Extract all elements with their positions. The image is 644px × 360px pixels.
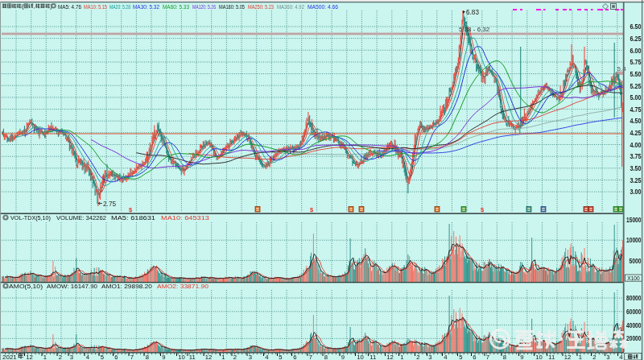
svg-text:3: 3 (70, 354, 73, 360)
svg-text:6: 6 (114, 354, 118, 360)
svg-text:5.38 - 6.32: 5.38 - 6.32 (459, 26, 490, 33)
svg-text:3: 3 (428, 354, 431, 360)
svg-text:3.50: 3.50 (630, 164, 642, 172)
svg-text:9: 9 (162, 354, 165, 360)
svg-text:5.4: 5.4 (617, 65, 627, 72)
svg-text:5.00: 5.00 (630, 93, 642, 101)
svg-text:3.25: 3.25 (630, 176, 642, 184)
svg-text:4: 4 (86, 354, 90, 360)
svg-text:8: 8 (324, 354, 328, 360)
svg-text:1: 1 (221, 354, 225, 360)
svg-text:X100: X100 (627, 275, 640, 281)
svg-text:MA20: 5.28: MA20: 5.28 (109, 3, 130, 10)
svg-text:4.00: 4.00 (630, 141, 642, 149)
svg-text:60000: 60000 (626, 308, 642, 316)
svg-text:11: 11 (548, 354, 555, 360)
svg-text:VOLUME: 342262: VOLUME: 342262 (56, 214, 106, 221)
svg-text:2.75: 2.75 (103, 200, 117, 208)
svg-text:6.50: 6.50 (630, 23, 642, 31)
svg-text:12: 12 (386, 354, 394, 360)
svg-text:7: 7 (309, 354, 312, 360)
svg-text:MA10: 645313: MA10: 645313 (161, 214, 209, 221)
svg-text:10: 10 (178, 354, 185, 360)
svg-text:2: 2 (592, 354, 596, 360)
svg-text:11: 11 (189, 354, 196, 360)
svg-text:AMOW: 16147.90: AMOW: 16147.90 (47, 283, 97, 290)
svg-text:5000: 5000 (630, 257, 642, 265)
svg-text:2: 2 (233, 354, 237, 360)
svg-text:9: 9 (341, 354, 345, 360)
svg-text:MA250: 5.23: MA250: 5.23 (248, 3, 274, 10)
svg-text:1: 1 (43, 354, 47, 360)
svg-text:80000: 80000 (626, 294, 642, 302)
svg-text:8: 8 (503, 354, 506, 360)
svg-text:6.83: 6.83 (466, 9, 479, 16)
svg-text:7: 7 (486, 354, 489, 360)
svg-text:MA60: 5.33: MA60: 5.33 (163, 3, 189, 10)
svg-text:5.75: 5.75 (630, 58, 642, 66)
svg-text:3: 3 (249, 354, 252, 360)
svg-text:7: 7 (130, 354, 134, 360)
svg-text:6: 6 (293, 354, 296, 360)
svg-text:10: 10 (535, 354, 543, 360)
svg-text:1: 1 (579, 354, 582, 360)
svg-text:5.25: 5.25 (630, 82, 642, 90)
svg-text:AMO1: 29898.20: AMO1: 29898.20 (101, 283, 152, 290)
svg-text:MA5: 618631: MA5: 618631 (111, 214, 155, 221)
svg-text:20000: 20000 (626, 334, 642, 342)
svg-text:12: 12 (564, 354, 572, 360)
svg-text:6.25: 6.25 (630, 35, 642, 43)
svg-text:3.00: 3.00 (630, 188, 642, 196)
svg-text:5: 5 (279, 354, 282, 360)
svg-text:4: 4 (619, 354, 623, 360)
svg-text:MA180: 5.05: MA180: 5.05 (219, 3, 245, 10)
svg-text:10: 10 (357, 354, 364, 360)
svg-text:2: 2 (416, 354, 419, 360)
svg-text:6: 6 (473, 354, 476, 360)
svg-text:MA360: 4.92: MA360: 4.92 (277, 3, 304, 10)
svg-text:MA120: 5.26: MA120: 5.26 (192, 3, 216, 10)
svg-text:5: 5 (101, 354, 104, 360)
svg-text:4.50: 4.50 (630, 117, 642, 125)
svg-text:15000: 15000 (626, 216, 642, 224)
svg-text:9: 9 (520, 354, 523, 360)
svg-text:3: 3 (606, 354, 609, 360)
svg-text:MA30: 5.32: MA30: 5.32 (133, 3, 159, 10)
svg-text:12: 12 (26, 354, 33, 360)
svg-text:4.25: 4.25 (630, 129, 642, 137)
svg-text:10000: 10000 (626, 236, 642, 244)
svg-text:11: 11 (369, 354, 376, 360)
svg-text:40000: 40000 (626, 321, 642, 329)
svg-text:4: 4 (444, 354, 448, 360)
svg-text:2: 2 (59, 354, 62, 360)
svg-text:MA10: 5.15: MA10: 5.15 (84, 3, 107, 10)
svg-text:6.00: 6.00 (630, 47, 642, 55)
svg-text:3.75: 3.75 (630, 152, 642, 160)
svg-text:MA5: 4.76: MA5: 4.76 (58, 3, 81, 10)
svg-text:4.75: 4.75 (630, 106, 642, 114)
svg-text:5: 5 (459, 354, 462, 360)
svg-text:8: 8 (146, 354, 149, 360)
svg-text:4: 4 (265, 354, 269, 360)
svg-text:5.50: 5.50 (630, 70, 642, 78)
svg-text:2021: 2021 (2, 354, 17, 360)
svg-text:12: 12 (205, 354, 213, 360)
svg-text:,: , (34, 2, 35, 10)
svg-text:MA500: 4.66: MA500: 4.66 (308, 3, 338, 10)
svg-text:AMO2: 33871.90: AMO2: 33871.90 (157, 283, 208, 290)
svg-text:1: 1 (400, 354, 403, 360)
svg-text:VOL-TDX(5,10): VOL-TDX(5,10) (10, 214, 51, 221)
svg-text:AMO(5,10): AMO(5,10) (9, 283, 43, 290)
